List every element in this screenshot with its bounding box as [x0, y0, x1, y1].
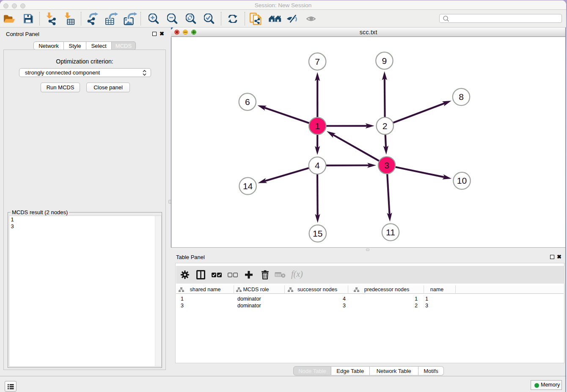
svg-text:14: 14: [243, 181, 253, 191]
svg-text:9: 9: [382, 56, 387, 66]
svg-text:6: 6: [245, 97, 250, 107]
svg-text:3: 3: [384, 160, 389, 170]
svg-text:4: 4: [315, 160, 320, 170]
svg-text:7: 7: [315, 57, 320, 66]
svg-text:1: 1: [315, 121, 320, 131]
svg-text:15: 15: [313, 229, 322, 238]
svg-text:2: 2: [383, 121, 388, 131]
svg-text:8: 8: [459, 92, 464, 102]
svg-text:10: 10: [457, 176, 467, 185]
svg-text:11: 11: [386, 227, 395, 237]
